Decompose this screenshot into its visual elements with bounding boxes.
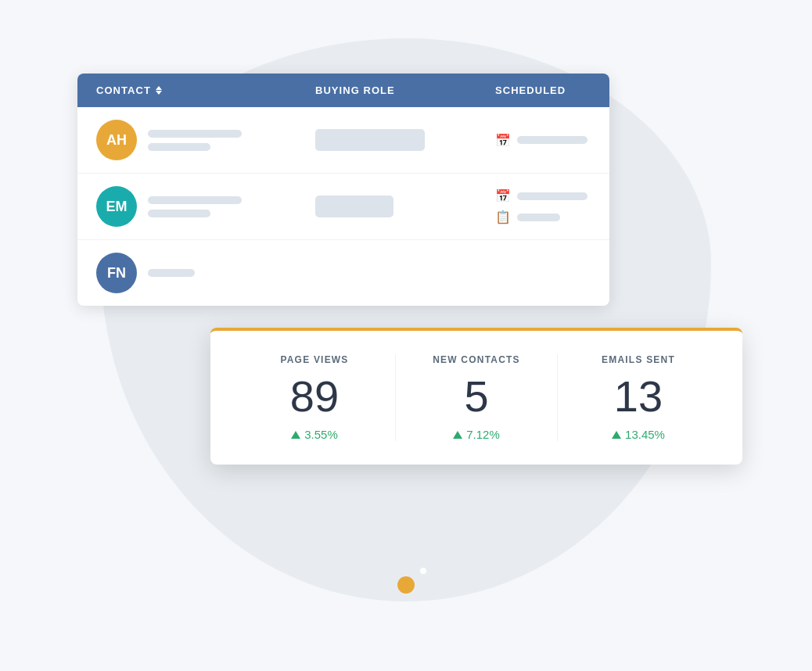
clipboard-icon: 📋: [495, 210, 511, 224]
contact-lines-em: [148, 196, 242, 217]
stat-emails-sent-label: EMAILS SENT: [566, 354, 711, 365]
th-scheduled: SCHEDULED: [495, 84, 591, 96]
stat-page-views-change: 3.55%: [242, 428, 387, 441]
row-contact-em: EM: [96, 186, 315, 227]
sched-line-small: [517, 214, 560, 221]
stats-card: PAGE VIEWS 89 3.55% NEW CONTACTS 5 7.12%…: [210, 328, 742, 465]
row-contact-ah: AH: [96, 120, 315, 160]
stat-divider: [395, 354, 396, 441]
sort-down-icon: [156, 91, 162, 95]
th-contact[interactable]: CONTACT: [96, 84, 315, 96]
contact-lines-ah: [148, 130, 242, 151]
scheduled-item: 📋: [495, 210, 591, 224]
calendar-icon: 📅: [495, 188, 511, 203]
stat-page-views-value: 89: [242, 375, 387, 418]
placeholder-line: [148, 210, 210, 217]
avatar-em: EM: [96, 186, 137, 227]
placeholder-line: [148, 143, 210, 151]
dot-orange: [397, 576, 415, 594]
row-buying-ah: [315, 129, 495, 151]
table-row: FN: [77, 240, 609, 306]
stat-new-contacts: NEW CONTACTS 5 7.12%: [404, 354, 549, 441]
th-buying-role: BUYING ROLE: [315, 84, 495, 96]
stat-emails-sent: EMAILS SENT 13 13.45%: [566, 354, 711, 441]
stat-page-views-label: PAGE VIEWS: [242, 354, 387, 365]
dot-white: [420, 568, 426, 574]
buying-box: [315, 196, 393, 217]
avatar-ah: AH: [96, 120, 137, 160]
sort-icon[interactable]: [156, 86, 162, 95]
row-scheduled-ah: 📅: [495, 133, 591, 148]
scheduled-item: 📅: [495, 133, 591, 148]
table-header: CONTACT BUYING ROLE SCHEDULED: [77, 74, 609, 107]
trend-up-icon: [291, 431, 300, 439]
th-contact-label: CONTACT: [96, 84, 151, 96]
table-row: EM 📅 📋: [77, 174, 609, 240]
contact-table: CONTACT BUYING ROLE SCHEDULED AH: [77, 74, 609, 306]
avatar-fn: FN: [96, 253, 137, 293]
scheduled-item: 📅: [495, 188, 591, 203]
buying-box: [315, 129, 425, 151]
stat-new-contacts-change: 7.12%: [404, 428, 549, 441]
stat-divider: [557, 354, 558, 441]
sched-line: [517, 136, 587, 144]
row-buying-em: [315, 196, 495, 217]
table-row: AH 📅: [77, 107, 609, 174]
scene: CONTACT BUYING ROLE SCHEDULED AH: [54, 30, 758, 640]
placeholder-line: [148, 269, 195, 277]
stat-emails-sent-change: 13.45%: [566, 428, 711, 441]
stat-emails-sent-value: 13: [566, 375, 711, 418]
stat-new-contacts-label: NEW CONTACTS: [404, 354, 549, 365]
stat-new-contacts-value: 5: [404, 375, 549, 418]
row-scheduled-em: 📅 📋: [495, 188, 591, 224]
sched-line: [517, 192, 587, 200]
stat-page-views: PAGE VIEWS 89 3.55%: [242, 354, 387, 441]
row-contact-fn: FN: [96, 253, 315, 293]
trend-up-icon: [453, 431, 462, 439]
sort-up-icon: [156, 86, 162, 90]
trend-up-icon: [612, 431, 621, 439]
contact-lines-fn: [148, 269, 195, 277]
placeholder-line: [148, 196, 242, 204]
calendar-icon: 📅: [495, 133, 511, 148]
placeholder-line: [148, 130, 242, 138]
